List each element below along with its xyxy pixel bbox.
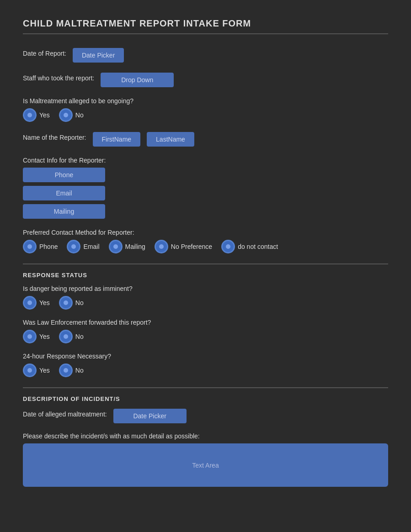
preferred-no-preference-label: No Preference <box>171 243 212 250</box>
imminent-danger-subsection: Is danger being reported as imminent? Ye… <box>23 285 388 310</box>
maltreatment-no-radio-inner <box>64 113 68 117</box>
staff-dropdown-button[interactable]: Drop Down <box>101 73 174 87</box>
preferred-no-preference-radio[interactable] <box>155 240 168 253</box>
response-24hr-label: 24-hour Response Necessary? <box>23 353 388 360</box>
textarea-placeholder-text: Text Area <box>192 462 219 469</box>
response-24hr-no-radio-inner <box>64 368 68 373</box>
preferred-no-preference-option[interactable]: No Preference <box>155 240 212 253</box>
imminent-no-label: No <box>75 299 84 306</box>
preferred-do-not-contact-radio[interactable] <box>221 240 235 253</box>
preferred-contact-section: Preferred Contact Method for Reporter: P… <box>23 229 388 253</box>
response-24hr-no-option[interactable]: No <box>59 363 84 377</box>
preferred-phone-option[interactable]: Phone <box>23 240 58 253</box>
law-no-option[interactable]: No <box>59 330 84 343</box>
contact-info-label: Contact Info for the Reporter: <box>23 157 388 164</box>
response-status-heading: RESPONSE STATUS <box>23 272 388 279</box>
preferred-contact-radio-group: Phone Email Mailing No Preference <box>23 240 388 253</box>
maltreatment-ongoing-section: Is Maltreatment alleged to be ongoing? Y… <box>23 97 388 122</box>
preferred-do-not-contact-option[interactable]: do not contact <box>221 240 278 253</box>
contact-phone-button[interactable]: Phone <box>23 168 105 182</box>
date-of-report-section: Date of Report: Date Picker <box>23 48 388 63</box>
contact-fields-group: Phone Email Mailing <box>23 168 388 219</box>
law-yes-label: Yes <box>39 333 50 340</box>
response-status-section: RESPONSE STATUS Is danger being reported… <box>23 272 388 377</box>
imminent-yes-radio-inner <box>27 300 32 305</box>
reporter-name-row: Name of the Reporter: FirstName LastName <box>23 132 388 147</box>
alleged-date-subsection: Date of alleged maltreatment: Date Picke… <box>23 409 388 423</box>
preferred-contact-label: Preferred Contact Method for Reporter: <box>23 229 388 236</box>
staff-label: Staff who took the report: <box>23 74 94 82</box>
contact-mailing-button[interactable]: Mailing <box>23 204 105 219</box>
preferred-email-radio-inner <box>71 244 76 249</box>
response-24hr-yes-radio[interactable] <box>23 363 37 377</box>
law-no-radio[interactable] <box>59 330 73 343</box>
maltreatment-no-label: No <box>75 111 84 119</box>
describe-incident-subsection: Please describe the incident/s with as m… <box>23 432 388 487</box>
law-yes-radio[interactable] <box>23 330 37 343</box>
response-status-divider <box>23 263 388 264</box>
law-no-label: No <box>75 333 84 340</box>
page-title: CHILD MALTREATMENT REPORT INTAKE FORM <box>23 18 388 34</box>
date-picker-button[interactable]: Date Picker <box>73 48 124 63</box>
imminent-danger-label: Is danger being reported as imminent? <box>23 285 388 292</box>
preferred-no-preference-radio-inner <box>159 244 164 249</box>
imminent-danger-radio-group: Yes No <box>23 296 388 310</box>
preferred-mailing-option[interactable]: Mailing <box>109 240 145 253</box>
preferred-mailing-label: Mailing <box>125 243 145 250</box>
response-24hr-yes-radio-inner <box>27 368 32 373</box>
staff-row: Staff who took the report: Drop Down <box>23 73 388 87</box>
page-container: CHILD MALTREATMENT REPORT INTAKE FORM Da… <box>0 0 411 515</box>
reporter-name-section: Name of the Reporter: FirstName LastName <box>23 132 388 147</box>
maltreatment-yes-radio[interactable] <box>23 108 37 122</box>
preferred-email-radio[interactable] <box>67 240 80 253</box>
response-24hr-radio-group: Yes No <box>23 363 388 377</box>
description-section: DESCRIPTION OF INCIDENT/S Date of allege… <box>23 395 388 487</box>
law-enforcement-subsection: Was Law Enforcement forwarded this repor… <box>23 319 388 343</box>
imminent-yes-option[interactable]: Yes <box>23 296 50 310</box>
response-24hr-yes-label: Yes <box>39 367 50 374</box>
law-yes-radio-inner <box>27 334 32 339</box>
preferred-email-option[interactable]: Email <box>67 240 99 253</box>
preferred-phone-label: Phone <box>39 243 58 250</box>
description-divider <box>23 387 388 388</box>
contact-email-button[interactable]: Email <box>23 186 105 200</box>
law-yes-option[interactable]: Yes <box>23 330 50 343</box>
response-24hr-yes-option[interactable]: Yes <box>23 363 50 377</box>
imminent-no-radio-inner <box>64 300 68 305</box>
preferred-do-not-contact-radio-inner <box>226 244 230 249</box>
preferred-do-not-contact-label: do not contact <box>238 243 278 250</box>
textarea-wrapper: Text Area <box>23 443 388 487</box>
law-enforcement-radio-group: Yes No <box>23 330 388 343</box>
staff-section: Staff who took the report: Drop Down <box>23 73 388 87</box>
imminent-no-option[interactable]: No <box>59 296 84 310</box>
describe-incident-label: Please describe the incident/s with as m… <box>23 432 388 440</box>
imminent-yes-label: Yes <box>39 299 50 306</box>
maltreatment-yes-option[interactable]: Yes <box>23 108 50 122</box>
maltreatment-ongoing-label: Is Maltreatment alleged to be ongoing? <box>23 97 388 105</box>
reporter-name-label: Name of the Reporter: <box>23 134 86 141</box>
preferred-email-label: Email <box>83 243 99 250</box>
reporter-firstname-button[interactable]: FirstName <box>93 132 141 147</box>
maltreatment-yes-radio-inner <box>27 113 32 117</box>
response-24hr-no-radio[interactable] <box>59 363 73 377</box>
imminent-yes-radio[interactable] <box>23 296 37 310</box>
preferred-phone-radio-inner <box>27 244 32 249</box>
maltreatment-ongoing-radio-group: Yes No <box>23 108 388 122</box>
reporter-lastname-button[interactable]: LastName <box>147 132 194 147</box>
preferred-phone-radio[interactable] <box>23 240 37 253</box>
imminent-no-radio[interactable] <box>59 296 73 310</box>
alleged-date-picker-button[interactable]: Date Picker <box>113 409 187 423</box>
date-report-label: Date of Report: <box>23 50 66 57</box>
contact-info-section: Contact Info for the Reporter: Phone Ema… <box>23 157 388 219</box>
law-no-radio-inner <box>64 334 68 339</box>
maltreatment-yes-label: Yes <box>39 111 50 119</box>
maltreatment-no-option[interactable]: No <box>59 108 84 122</box>
preferred-mailing-radio[interactable] <box>109 240 123 253</box>
law-enforcement-label: Was Law Enforcement forwarded this repor… <box>23 319 388 326</box>
response-24hr-no-label: No <box>75 367 84 374</box>
description-heading: DESCRIPTION OF INCIDENT/S <box>23 395 388 402</box>
response-24hr-subsection: 24-hour Response Necessary? Yes No <box>23 353 388 377</box>
maltreatment-no-radio[interactable] <box>59 108 73 122</box>
preferred-mailing-radio-inner <box>113 244 118 249</box>
alleged-date-label: Date of alleged maltreatment: <box>23 411 107 418</box>
